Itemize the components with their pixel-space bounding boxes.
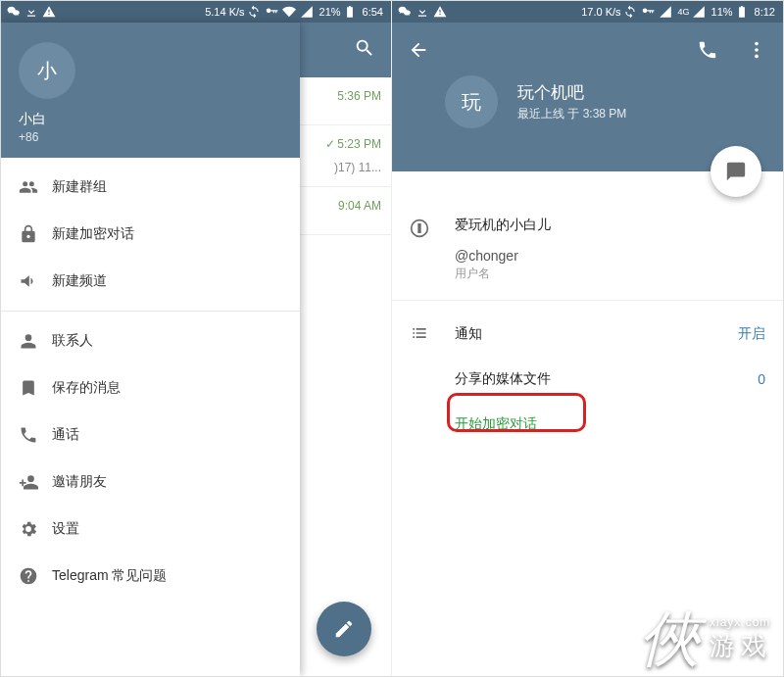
chat-preview-1[interactable]: 5:36 PM bbox=[300, 77, 391, 125]
section-divider bbox=[392, 300, 783, 312]
status-bar-right: 17.0 K/s 4G 11% 8:12 bbox=[392, 1, 783, 23]
back-button[interactable] bbox=[408, 39, 429, 65]
shared-media-count: 0 bbox=[758, 371, 765, 387]
menu-item-label: 新建加密对话 bbox=[52, 225, 134, 243]
contacts-icon bbox=[19, 331, 52, 351]
megaphone-icon bbox=[19, 271, 52, 291]
menu-settings[interactable]: 设置 bbox=[1, 506, 300, 553]
profile-body: 爱玩机的小白儿 @chonger 用户名 通知 开启 分享的媒体文件 0 开始加… bbox=[392, 171, 783, 447]
menu-item-label: Telegram 常见问题 bbox=[52, 567, 167, 585]
menu-item-label: 邀请朋友 bbox=[52, 473, 107, 491]
menu-item-label: 联系人 bbox=[52, 332, 93, 350]
network-speed: 5.14 K/s bbox=[205, 6, 244, 18]
message-fab[interactable] bbox=[710, 146, 761, 197]
navigation-drawer: 小 小白 +86 新建群组 新建加密对话 新建频道 bbox=[1, 23, 300, 676]
menu-faq[interactable]: Telegram 常见问题 bbox=[1, 553, 300, 600]
phone-right: 17.0 K/s 4G 11% 8:12 玩 玩个机吧 最近上线 于 3:38 … bbox=[392, 1, 783, 676]
status-bar-left: 5.14 K/s 21% 6:54 bbox=[1, 1, 391, 23]
clock: 6:54 bbox=[363, 6, 383, 18]
warning-icon bbox=[433, 5, 447, 19]
wechat-icon bbox=[398, 5, 412, 19]
menu-item-label: 保存的消息 bbox=[52, 379, 121, 397]
menu-item-label: 设置 bbox=[52, 520, 79, 538]
network-speed: 17.0 K/s bbox=[581, 6, 620, 18]
compose-fab[interactable] bbox=[317, 602, 371, 656]
menu-contacts[interactable]: 联系人 bbox=[1, 317, 300, 364]
row-shared-media[interactable]: 分享的媒体文件 0 bbox=[392, 357, 783, 402]
wechat-icon bbox=[7, 5, 21, 19]
search-icon[interactable] bbox=[354, 37, 375, 63]
notifications-value: 开启 bbox=[738, 325, 765, 343]
battery-icon bbox=[735, 5, 749, 19]
menu-item-label: 通话 bbox=[52, 426, 79, 444]
chat-preview-3[interactable]: 9:04 AM bbox=[300, 187, 391, 235]
menu-saved-messages[interactable]: 保存的消息 bbox=[1, 364, 300, 411]
svg-rect-0 bbox=[348, 15, 352, 17]
menu-calls[interactable]: 通话 bbox=[1, 411, 300, 459]
help-icon bbox=[19, 566, 52, 586]
menu-invite-friends[interactable]: 邀请朋友 bbox=[1, 459, 300, 506]
sync-icon bbox=[247, 5, 261, 19]
warning-icon bbox=[42, 5, 56, 19]
user-avatar[interactable]: 小 bbox=[19, 42, 75, 99]
network-type: 4G bbox=[678, 7, 690, 17]
download-icon bbox=[416, 5, 429, 19]
bio-text: 爱玩机的小白儿 bbox=[455, 217, 765, 234]
sync-icon bbox=[623, 5, 637, 19]
call-button[interactable] bbox=[697, 39, 718, 65]
key-icon bbox=[265, 5, 278, 19]
username-text[interactable]: @chonger bbox=[455, 248, 765, 264]
group-icon bbox=[19, 177, 52, 197]
chat-list-behind-drawer: 5:36 PM ✓5:23 PM )17) 11... 9:04 AM bbox=[300, 23, 391, 676]
svg-rect-1 bbox=[740, 16, 744, 17]
last-seen: 最近上线 于 3:38 PM bbox=[517, 106, 626, 122]
battery-percent: 11% bbox=[711, 6, 733, 18]
menu-new-group[interactable]: 新建群组 bbox=[1, 164, 300, 211]
gear-icon bbox=[19, 519, 52, 539]
bookmark-icon bbox=[19, 378, 52, 398]
chat-preview-2[interactable]: ✓5:23 PM )17) 11... bbox=[300, 125, 391, 187]
menu-new-channel[interactable]: 新建频道 bbox=[1, 258, 300, 305]
battery-icon bbox=[343, 5, 357, 19]
list-icon bbox=[410, 323, 455, 346]
contact-title: 玩个机吧 bbox=[517, 81, 626, 104]
signal-icon-2 bbox=[692, 5, 706, 19]
phone-icon bbox=[19, 425, 52, 445]
row-notifications[interactable]: 通知 开启 bbox=[392, 312, 783, 357]
more-menu-button[interactable] bbox=[746, 39, 767, 65]
profile-header: 玩 玩个机吧 最近上线 于 3:38 PM bbox=[392, 23, 783, 171]
info-icon bbox=[410, 217, 455, 282]
row-start-secret-chat[interactable]: 开始加密对话 bbox=[392, 402, 783, 447]
add-person-icon bbox=[19, 472, 52, 492]
menu-divider bbox=[1, 311, 300, 312]
menu-item-label: 新建群组 bbox=[52, 178, 107, 196]
svg-point-3 bbox=[755, 48, 759, 52]
drawer-header[interactable]: 小 小白 +86 bbox=[1, 23, 300, 158]
info-section: 爱玩机的小白儿 @chonger 用户名 bbox=[392, 217, 783, 282]
contact-avatar[interactable]: 玩 bbox=[445, 75, 498, 128]
menu-item-label: 新建频道 bbox=[52, 272, 107, 290]
phone-left: 5.14 K/s 21% 6:54 5:36 PM ✓5:23 PM )17) … bbox=[1, 1, 392, 676]
menu-new-secret-chat[interactable]: 新建加密对话 bbox=[1, 211, 300, 258]
clock: 8:12 bbox=[755, 6, 775, 18]
svg-point-2 bbox=[755, 42, 759, 46]
user-phone: +86 bbox=[19, 130, 282, 144]
signal-icon bbox=[300, 5, 314, 19]
signal-icon bbox=[659, 5, 672, 19]
svg-point-4 bbox=[755, 55, 759, 59]
lock-icon bbox=[19, 224, 52, 244]
wifi-icon bbox=[282, 5, 296, 19]
username-label: 用户名 bbox=[455, 266, 765, 282]
download-icon bbox=[24, 5, 38, 19]
chat-list-topbar bbox=[300, 23, 391, 77]
key-icon bbox=[641, 5, 655, 19]
user-name: 小白 bbox=[19, 111, 282, 128]
battery-percent: 21% bbox=[319, 6, 341, 18]
